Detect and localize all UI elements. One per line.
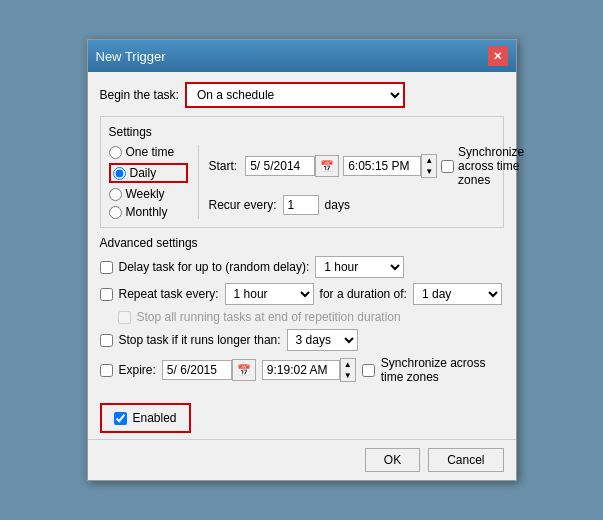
enabled-label: Enabled [133, 411, 177, 425]
recur-row: Recur every: days [209, 195, 525, 215]
expire-checkbox[interactable] [100, 364, 113, 377]
delay-select[interactable]: 1 hour 30 minutes 2 hours 4 hours [315, 256, 404, 278]
time-spin-down[interactable]: ▼ [422, 166, 436, 177]
settings-inner: One time Daily Weekly Monthly [109, 145, 495, 219]
start-time-spin[interactable]: ▲ ▼ [421, 154, 437, 178]
weekly-radio[interactable] [109, 188, 122, 201]
schedule-type-column: One time Daily Weekly Monthly [109, 145, 199, 219]
expire-sync-label: Synchronize across time zones [381, 356, 504, 384]
one-time-radio-item: One time [109, 145, 188, 159]
start-row: Start: 📅 ▲ ▼ Syn [209, 145, 525, 187]
start-time-group: ▲ ▼ [343, 154, 437, 178]
one-time-radio[interactable] [109, 146, 122, 159]
delay-row: Delay task for up to (random delay): 1 h… [100, 256, 504, 278]
expire-spin-down[interactable]: ▼ [341, 370, 355, 381]
expire-time-spin[interactable]: ▲ ▼ [340, 358, 356, 382]
enabled-row: Enabled [100, 403, 191, 433]
stop-longer-select[interactable]: 3 days 1 hour 2 hours 1 day [287, 329, 358, 351]
weekly-radio-item: Weekly [109, 187, 188, 201]
recur-unit: days [325, 198, 350, 212]
settings-group: Settings One time Daily Weekly [100, 116, 504, 228]
expire-date-group: 📅 [162, 359, 256, 381]
expire-spin-up[interactable]: ▲ [341, 359, 355, 370]
daily-radio-item: Daily [109, 163, 188, 183]
daily-radio[interactable] [113, 167, 126, 180]
duration-select[interactable]: 1 day 30 minutes 1 hour Indefinitely [413, 283, 502, 305]
one-time-label: One time [126, 145, 175, 159]
bottom-buttons: OK Cancel [88, 439, 516, 480]
weekly-label: Weekly [126, 187, 165, 201]
expire-time-input[interactable] [262, 360, 340, 380]
duration-label: for a duration of: [320, 287, 407, 301]
repeat-row: Repeat task every: 1 hour 30 minutes 2 h… [100, 283, 504, 305]
monthly-radio[interactable] [109, 206, 122, 219]
title-bar: New Trigger ✕ [88, 40, 516, 72]
cancel-button[interactable]: Cancel [428, 448, 503, 472]
delay-label: Delay task for up to (random delay): [119, 260, 310, 274]
advanced-settings-section: Advanced settings Delay task for up to (… [100, 236, 504, 384]
begin-task-row: Begin the task: On a schedule At log on … [100, 82, 504, 108]
start-calendar-button[interactable]: 📅 [315, 155, 339, 177]
recur-label: Recur every: [209, 198, 277, 212]
stop-running-row: Stop all running tasks at end of repetit… [100, 310, 504, 324]
dialog-content: Begin the task: On a schedule At log on … [88, 72, 516, 399]
stop-running-label: Stop all running tasks at end of repetit… [137, 310, 401, 324]
recur-value-input[interactable] [283, 195, 319, 215]
repeat-select[interactable]: 1 hour 30 minutes 2 hours [225, 283, 314, 305]
expire-calendar-button[interactable]: 📅 [232, 359, 256, 381]
expire-label: Expire: [119, 363, 156, 377]
monthly-radio-item: Monthly [109, 205, 188, 219]
stop-longer-checkbox[interactable] [100, 334, 113, 347]
close-button[interactable]: ✕ [488, 46, 508, 66]
advanced-title: Advanced settings [100, 236, 504, 250]
sync-timezone-label: Synchronize across time zones [458, 145, 524, 187]
enabled-checkbox[interactable] [114, 412, 127, 425]
begin-task-select[interactable]: On a schedule At log on At startup On id… [185, 82, 405, 108]
time-spin-up[interactable]: ▲ [422, 155, 436, 166]
start-label: Start: [209, 159, 238, 173]
daily-label: Daily [130, 166, 157, 180]
expire-row: Expire: 📅 ▲ ▼ Synchronize across time zo… [100, 356, 504, 384]
sync-timezone-checkbox[interactable] [441, 160, 454, 173]
ok-button[interactable]: OK [365, 448, 420, 472]
delay-checkbox[interactable] [100, 261, 113, 274]
dialog-title: New Trigger [96, 49, 166, 64]
expire-time-group: ▲ ▼ [262, 358, 356, 382]
expire-sync-checkbox[interactable] [362, 364, 375, 377]
stop-longer-label: Stop task if it runs longer than: [119, 333, 281, 347]
stop-running-checkbox [118, 311, 131, 324]
begin-task-label: Begin the task: [100, 88, 179, 102]
repeat-checkbox[interactable] [100, 288, 113, 301]
start-date-group: 📅 [245, 155, 339, 177]
start-time-input[interactable] [343, 156, 421, 176]
new-trigger-dialog: New Trigger ✕ Begin the task: On a sched… [87, 39, 517, 481]
stop-longer-row: Stop task if it runs longer than: 3 days… [100, 329, 504, 351]
settings-label: Settings [109, 125, 495, 139]
monthly-label: Monthly [126, 205, 168, 219]
start-date-input[interactable] [245, 156, 315, 176]
expire-date-input[interactable] [162, 360, 232, 380]
repeat-label: Repeat task every: [119, 287, 219, 301]
right-settings: Start: 📅 ▲ ▼ Syn [209, 145, 525, 219]
